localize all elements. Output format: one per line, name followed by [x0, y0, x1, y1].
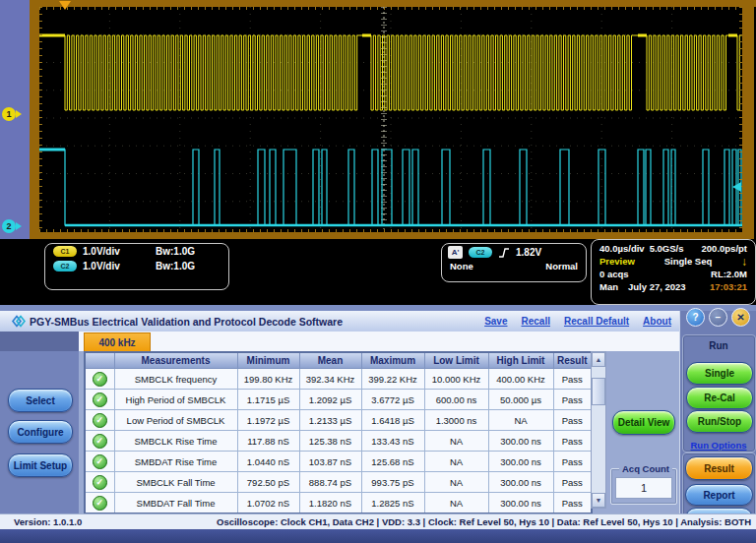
- graticule-border-left: [30, 0, 39, 239]
- column-header[interactable]: Low Limit: [424, 352, 488, 369]
- detail-view-button[interactable]: Detail View: [612, 410, 675, 435]
- pass-check-icon: ✓: [93, 475, 107, 490]
- channel2-bandwidth: Bw:1.0G: [156, 261, 195, 272]
- table-cell: SMBDAT Rise Time: [114, 452, 237, 472]
- tab-400khz[interactable]: 400 kHz: [84, 332, 151, 352]
- trigger-holdoff: None: [450, 261, 473, 272]
- table-cell: 125.68 nS: [361, 452, 424, 472]
- table-cell: Pass: [553, 410, 592, 431]
- column-header[interactable]: Mean: [299, 352, 361, 369]
- channel1-scale: 1.0V/div: [83, 246, 120, 257]
- acq-count-label: Acq Count: [619, 463, 672, 474]
- pass-check-icon: ✓: [93, 434, 107, 449]
- table-cell: NA: [488, 410, 553, 431]
- table-cell: SMBCLK frequency: [114, 369, 237, 390]
- table-cell: 1.2133 µS: [299, 410, 361, 431]
- limit-setup-button[interactable]: Limit Setup: [8, 453, 73, 477]
- scroll-down-button[interactable]: ▼: [592, 493, 605, 508]
- tab-strip-corner: [0, 332, 79, 351]
- trigger-position-icon[interactable]: [59, 1, 71, 10]
- run-section-label: Run: [680, 340, 756, 351]
- result-button[interactable]: Result: [685, 456, 753, 480]
- pass-check-icon: ✓: [93, 413, 107, 428]
- trigger-man: Man: [599, 281, 618, 292]
- channel1-marker[interactable]: 1: [2, 107, 16, 121]
- table-row[interactable]: ✓SMBCLK Fall Time792.50 pS888.74 pS993.7…: [85, 472, 592, 493]
- tick-marks-bottom: [39, 229, 742, 232]
- status-info: Oscilloscope: Clock CH1, Data CH2 | VDD:…: [217, 516, 687, 527]
- re-cal-button[interactable]: Re-Cal: [686, 387, 753, 409]
- table-cell: 300.00 ns: [488, 472, 553, 493]
- channel2-marker[interactable]: 2: [2, 219, 16, 233]
- table-cell: Pass: [553, 452, 592, 472]
- record-length: RL:2.0M: [711, 269, 747, 279]
- recall-default-link[interactable]: Recall Default: [564, 316, 629, 327]
- graticule-border-top: [30, 0, 756, 7]
- recall-link[interactable]: Recall: [522, 316, 550, 327]
- column-header[interactable]: High Limit: [488, 352, 553, 369]
- single-button[interactable]: Single: [686, 362, 753, 385]
- column-header[interactable]: Minimum: [237, 352, 299, 369]
- table-cell: NA: [424, 493, 488, 514]
- pgy-smbus-window: PGY-SMBus Electrical Validation and Prot…: [0, 305, 756, 543]
- table-cell: Low Period of SMBCLK: [114, 410, 237, 431]
- sample-rate: 5.0GS/s: [650, 243, 684, 254]
- scroll-up-button[interactable]: ▲: [592, 352, 605, 367]
- about-link[interactable]: About: [643, 316, 671, 327]
- table-cell: High Period of SMBCLK: [114, 390, 237, 410]
- save-link[interactable]: Save: [484, 316, 507, 327]
- help-button[interactable]: ?: [686, 308, 705, 327]
- table-cell: SMBCLK Fall Time: [114, 472, 237, 493]
- channel1-marker-arrow-icon: [16, 110, 22, 118]
- window-title: PGY-SMBus Electrical Validation and Prot…: [30, 316, 343, 328]
- channel1-bandwidth: Bw:1.0G: [156, 246, 195, 257]
- table-cell: 133.43 nS: [361, 431, 424, 452]
- version-label: Version: 1.0.1.0: [14, 516, 82, 527]
- report-button[interactable]: Report: [685, 484, 753, 506]
- run-panel: Run SingleRe-CalRun/Stop Run Options Res…: [679, 311, 756, 537]
- pass-check-icon: ✓: [93, 496, 107, 511]
- acq-count-group: Acq Count 1: [610, 468, 677, 505]
- tick-marks-top: [39, 7, 742, 10]
- table-cell: 1.2092 µS: [299, 390, 361, 410]
- table-cell: NA: [424, 431, 488, 452]
- select-button[interactable]: Select: [8, 389, 73, 412]
- configure-button[interactable]: Configure: [8, 420, 73, 444]
- table-cell: 3.6772 µS: [361, 390, 424, 410]
- table-row[interactable]: ✓SMBCLK frequency199.80 KHz392.34 KHz399…: [85, 369, 592, 390]
- column-header[interactable]: Maximum: [361, 352, 424, 369]
- close-button[interactable]: ✕: [731, 308, 750, 327]
- table-row[interactable]: ✓SMBCLK Rise Time117.88 nS125.38 nS133.4…: [85, 431, 592, 452]
- oscilloscope-display: 1 2 C1 1.0V/div Bw:1.0G C2 1.0V/div Bw:1…: [0, 0, 756, 305]
- column-header[interactable]: Result: [553, 352, 592, 369]
- table-cell: Pass: [553, 369, 592, 390]
- run-stop-button[interactable]: Run/Stop: [686, 410, 753, 433]
- waveform-plot: [0, 0, 756, 239]
- scroll-thumb[interactable]: [592, 378, 605, 405]
- channel1-readout[interactable]: C1 1.0V/div Bw:1.0G: [45, 244, 228, 259]
- table-cell: 993.75 pS: [361, 472, 424, 493]
- status-bar: Version: 1.0.1.0 Oscilloscope: Clock CH1…: [0, 513, 756, 530]
- date: July 27, 2023: [628, 281, 686, 292]
- table-cell: Pass: [553, 390, 592, 410]
- channel-readout-box: C1 1.0V/div Bw:1.0G C2 1.0V/div Bw:1.0G: [44, 243, 229, 290]
- channel2-readout[interactable]: C2 1.0V/div Bw:1.0G: [45, 259, 228, 273]
- channel1-badge: C1: [53, 246, 77, 257]
- table-cell: 392.34 KHz: [299, 369, 361, 390]
- aux-trigger-badge: A': [448, 246, 463, 259]
- window-bottom-edge: [0, 529, 756, 543]
- table-cell: 125.38 nS: [299, 431, 361, 452]
- menu-links: Save Recall Recall Default About: [484, 316, 671, 327]
- minimize-button[interactable]: −: [709, 308, 727, 327]
- table-scrollbar[interactable]: ▲ ▼: [591, 351, 606, 509]
- table-row[interactable]: ✓SMBDAT Fall Time1.0702 nS1.1820 nS1.282…: [85, 493, 592, 514]
- run-options-link[interactable]: Run Options: [691, 440, 747, 451]
- trigger-readout-box[interactable]: A' C2 1.82V None Normal: [441, 243, 587, 282]
- acq-count-field[interactable]: 1: [615, 477, 672, 499]
- table-row[interactable]: ✓Low Period of SMBCLK1.1972 µS1.2133 µS1…: [85, 410, 592, 431]
- table-row[interactable]: ✓SMBDAT Rise Time1.0440 nS103.87 nS125.6…: [85, 452, 592, 472]
- column-header[interactable]: Measurements: [114, 352, 237, 369]
- table-row[interactable]: ✓High Period of SMBCLK1.1715 µS1.2092 µS…: [85, 390, 592, 410]
- timebase-readout-box[interactable]: 40.0µs/div 5.0GS/s 200.0ps/pt Preview Si…: [591, 239, 756, 305]
- trigger-level-arrow-icon[interactable]: [732, 182, 741, 192]
